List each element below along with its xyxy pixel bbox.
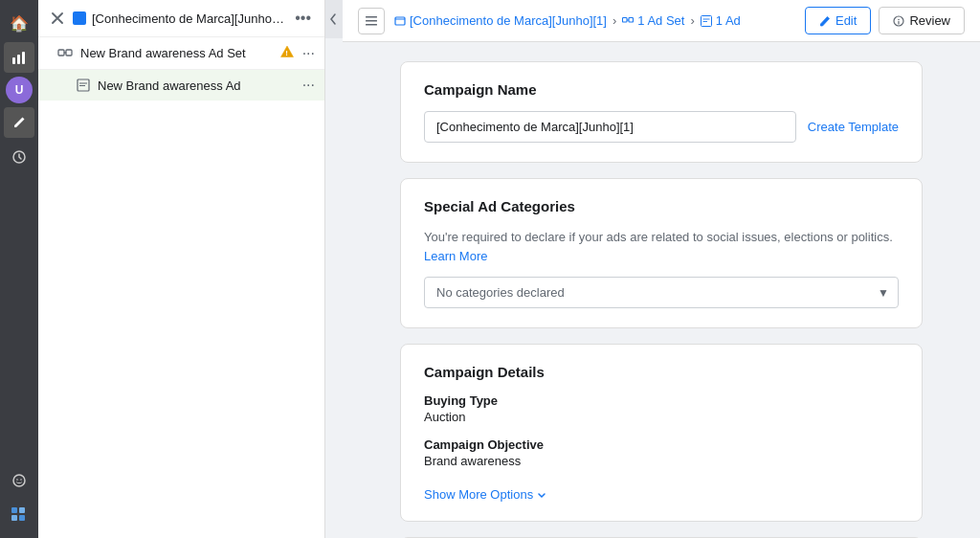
sidebar-header-dots[interactable]: •••: [291, 8, 315, 29]
buying-type-row: Buying Type Auction: [424, 393, 899, 424]
sidebar-close-button[interactable]: [48, 9, 67, 28]
nav-smiley-icon[interactable]: [4, 465, 34, 496]
content-scroll-area: Campaign Name Create Template Special Ad…: [343, 42, 980, 538]
svg-rect-11: [58, 50, 64, 56]
ad-icon: [77, 78, 90, 92]
review-icon: [893, 15, 904, 27]
svg-point-4: [13, 475, 25, 486]
svg-rect-19: [366, 20, 377, 22]
ad-dots[interactable]: ···: [302, 77, 315, 94]
special-ad-select[interactable]: No categories declared Housing Employmen…: [424, 277, 899, 308]
adset-label: New Brand awareness Ad Set: [80, 46, 272, 60]
special-ad-card: Special Ad Categories You're required to…: [400, 178, 923, 328]
review-button[interactable]: Review: [879, 7, 965, 34]
sidebar: [Conhecimento de Marca][Junho][1] ••• Ne…: [38, 0, 325, 538]
svg-point-6: [20, 479, 22, 481]
nav-home-icon[interactable]: 🏠: [4, 8, 34, 38]
campaign-folder-icon: [73, 11, 86, 25]
svg-rect-21: [395, 17, 405, 25]
campaign-name-card: Campaign Name Create Template: [400, 61, 923, 163]
svg-rect-18: [366, 16, 377, 18]
campaign-objective-row: Campaign Objective Brand awareness: [424, 437, 899, 468]
breadcrumb-toggle-button[interactable]: [358, 8, 385, 34]
special-ad-description: You're required to declare if your ads a…: [424, 228, 899, 265]
ad-bc-icon: [701, 15, 712, 27]
create-template-link[interactable]: Create Template: [808, 120, 899, 134]
buying-type-label: Buying Type: [424, 393, 899, 408]
warning-icon: !: [279, 44, 295, 62]
svg-rect-10: [19, 515, 25, 521]
svg-rect-7: [11, 507, 17, 513]
adset-bc-icon: [622, 15, 634, 27]
edit-label: Edit: [835, 13, 857, 28]
campaign-name-input[interactable]: [424, 111, 796, 143]
edit-icon: [819, 15, 831, 27]
svg-rect-22: [623, 17, 628, 22]
adset-icon: [57, 46, 73, 61]
sidebar-ad-item[interactable]: New Brand awareness Ad ···: [38, 70, 324, 101]
breadcrumb-ad[interactable]: 1 Ad: [701, 13, 741, 28]
breadcrumb-sep-2: ›: [690, 13, 694, 28]
nav-bar: 🏠 U: [0, 0, 38, 538]
special-ad-select-wrapper: No categories declared Housing Employmen…: [424, 277, 899, 308]
campaign-bc-icon: [394, 15, 406, 27]
collapse-sidebar-button[interactable]: [325, 0, 343, 38]
svg-rect-25: [701, 15, 711, 26]
breadcrumb-adset-label: 1 Ad Set: [637, 13, 684, 28]
nav-avatar[interactable]: U: [6, 77, 33, 103]
breadcrumb-actions: Edit Review: [805, 7, 965, 34]
breadcrumb-sep-1: ›: [612, 13, 616, 28]
svg-rect-8: [19, 507, 25, 513]
campaign-name-row: Create Template: [424, 111, 899, 143]
sidebar-campaign-title: [Conhecimento de Marca][Junho][1]: [92, 11, 285, 26]
campaign-details-card: Campaign Details Buying Type Auction Cam…: [400, 344, 923, 522]
sidebar-adset-item[interactable]: New Brand awareness Ad Set ! ···: [38, 37, 324, 70]
svg-rect-20: [366, 24, 377, 26]
nav-edit-icon[interactable]: [4, 107, 34, 138]
review-label: Review: [909, 13, 950, 28]
sidebar-header: [Conhecimento de Marca][Junho][1] •••: [38, 0, 324, 37]
campaign-name-card-title: Campaign Name: [424, 81, 899, 98]
edit-button[interactable]: Edit: [805, 7, 871, 34]
svg-point-29: [899, 18, 901, 20]
nav-clock-icon[interactable]: [4, 142, 34, 172]
adset-dots[interactable]: ···: [302, 45, 315, 62]
svg-rect-0: [12, 57, 15, 64]
campaign-details-title: Campaign Details: [424, 364, 899, 380]
show-more-chevron-icon: [537, 490, 546, 500]
show-more-label: Show More Options: [424, 487, 533, 502]
svg-text:!: !: [285, 49, 288, 57]
buying-type-value: Auction: [424, 410, 899, 424]
nav-chart-icon[interactable]: [4, 42, 34, 73]
campaign-objective-value: Brand awareness: [424, 454, 899, 468]
svg-rect-1: [17, 55, 20, 64]
svg-rect-9: [11, 515, 17, 521]
breadcrumb-ad-label: 1 Ad: [716, 13, 741, 28]
svg-point-5: [16, 479, 18, 481]
breadcrumb-adset[interactable]: 1 Ad Set: [622, 13, 684, 28]
ad-label: New Brand awareness Ad: [98, 78, 295, 93]
special-ad-learn-more-link[interactable]: Learn More: [424, 249, 487, 263]
svg-rect-2: [22, 52, 25, 64]
special-ad-card-title: Special Ad Categories: [424, 198, 899, 214]
svg-rect-23: [629, 17, 634, 22]
show-more-options-button[interactable]: Show More Options: [424, 487, 546, 502]
nav-grid-icon[interactable]: [4, 500, 34, 530]
svg-rect-12: [66, 50, 72, 56]
main-content: [Conhecimento de Marca][Junho][1] › 1 Ad…: [343, 0, 980, 538]
breadcrumb-campaign-label: [Conhecimento de Marca][Junho][1]: [410, 13, 607, 28]
campaign-objective-label: Campaign Objective: [424, 437, 899, 452]
breadcrumb-bar: [Conhecimento de Marca][Junho][1] › 1 Ad…: [343, 0, 980, 42]
breadcrumb-campaign[interactable]: [Conhecimento de Marca][Junho][1]: [394, 13, 607, 28]
